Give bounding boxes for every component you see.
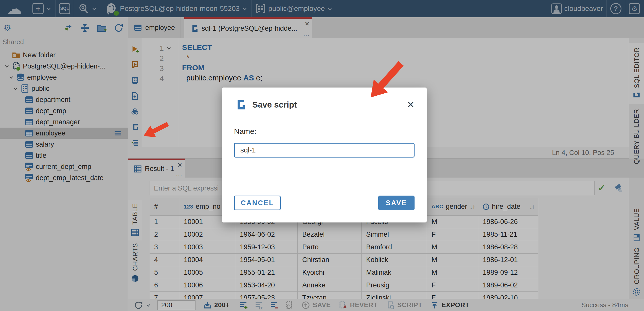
- save-script-dialog: Save script ✕ Name: CANCEL SAVE: [222, 88, 427, 222]
- dialog-title: Save script: [252, 100, 401, 110]
- cancel-button[interactable]: CANCEL: [234, 196, 281, 210]
- script-icon: [234, 99, 246, 111]
- name-label: Name:: [234, 127, 415, 136]
- script-name-input[interactable]: [234, 143, 415, 158]
- close-icon[interactable]: ✕: [407, 99, 415, 110]
- cloudbeaver-app: ☁ + SQL: [0, 0, 644, 311]
- save-button[interactable]: SAVE: [378, 196, 415, 210]
